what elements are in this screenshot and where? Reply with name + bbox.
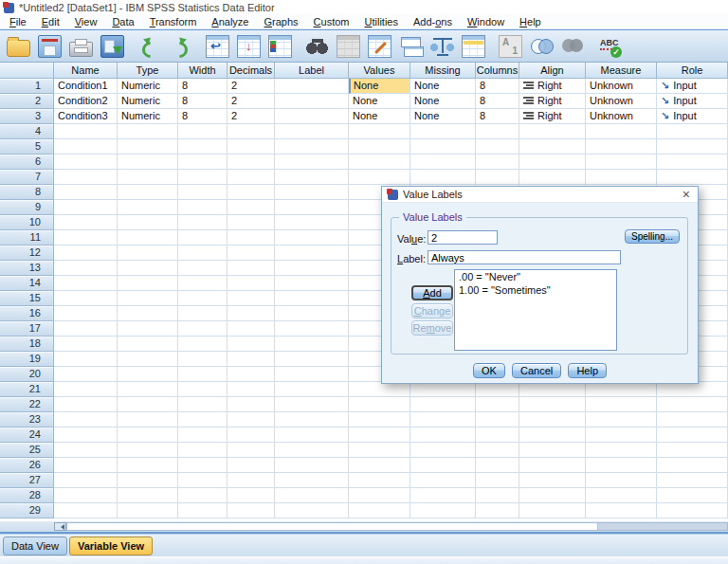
column-header-label[interactable]: Label	[275, 63, 349, 79]
cell-missing[interactable]	[410, 155, 476, 170]
menu-view[interactable]: View	[67, 15, 105, 28]
row-header[interactable]: 24	[0, 428, 54, 443]
cell-width[interactable]	[178, 155, 228, 170]
cell-columns[interactable]	[476, 155, 519, 170]
cell-type[interactable]	[118, 291, 178, 306]
cell-align[interactable]	[519, 170, 586, 185]
show-all-variables-button[interactable]	[558, 32, 588, 61]
ok-button[interactable]: OK	[473, 363, 505, 378]
cell-values[interactable]: None	[349, 94, 410, 109]
cell-values[interactable]	[349, 382, 410, 397]
cell-role[interactable]: ↘Input	[657, 79, 728, 94]
column-header-decimals[interactable]: Decimals	[228, 63, 275, 79]
insert-variable-button[interactable]	[365, 32, 394, 61]
cell-name[interactable]: Condition2	[54, 94, 118, 109]
cell-columns[interactable]: 8	[476, 109, 519, 124]
cell-label[interactable]	[275, 458, 349, 473]
cell-missing[interactable]	[410, 139, 476, 155]
cell-align[interactable]	[519, 458, 586, 473]
cell-decimals[interactable]	[228, 443, 275, 458]
cell-role[interactable]	[657, 412, 728, 428]
variables-button[interactable]	[265, 32, 295, 61]
cell-label[interactable]	[275, 139, 349, 155]
cell-values[interactable]	[349, 124, 410, 139]
cell-missing[interactable]	[410, 382, 476, 397]
cell-width[interactable]	[178, 185, 228, 200]
cell-measure[interactable]	[586, 428, 657, 443]
row-header[interactable]: 10	[0, 215, 54, 230]
cell-role[interactable]	[657, 139, 728, 155]
cell-width[interactable]	[178, 473, 228, 488]
cell-decimals[interactable]	[228, 503, 275, 519]
cell-missing[interactable]	[410, 170, 476, 185]
cell-missing[interactable]	[410, 428, 476, 443]
cell-type[interactable]: Numeric	[118, 109, 178, 124]
cell-missing[interactable]	[410, 473, 476, 488]
cell-decimals[interactable]	[228, 352, 275, 367]
save-button[interactable]	[35, 32, 64, 61]
cell-name[interactable]	[54, 230, 118, 246]
menu-analyze[interactable]: Analyze	[204, 15, 256, 28]
cell-label[interactable]	[275, 200, 349, 215]
cell-decimals[interactable]	[228, 200, 275, 215]
value-label-item[interactable]: .00 = "Never"	[455, 270, 616, 283]
menu-data[interactable]: Data	[104, 15, 141, 28]
cell-name[interactable]	[54, 382, 118, 397]
cell-label[interactable]	[275, 170, 349, 185]
cell-measure[interactable]	[586, 488, 657, 503]
cell-label[interactable]	[275, 155, 349, 170]
cell-missing[interactable]	[410, 488, 476, 503]
cell-role[interactable]	[657, 503, 728, 519]
cell-name[interactable]	[54, 321, 118, 337]
cell-name[interactable]: Condition3	[54, 109, 118, 124]
cell-role[interactable]	[657, 443, 728, 458]
cell-type[interactable]: Numeric	[118, 94, 178, 109]
row-header[interactable]: 2	[0, 94, 54, 109]
cell-decimals[interactable]	[228, 428, 275, 443]
cell-role[interactable]: ↘Input	[657, 94, 728, 109]
cell-type[interactable]	[118, 230, 178, 246]
cell-measure[interactable]	[586, 458, 657, 473]
cell-width[interactable]: 8	[178, 109, 228, 124]
cell-label[interactable]	[275, 337, 349, 352]
cell-name[interactable]	[54, 458, 118, 473]
cell-name[interactable]	[54, 185, 118, 200]
cell-decimals[interactable]	[228, 291, 275, 306]
cell-label[interactable]	[275, 276, 349, 291]
cell-columns[interactable]	[476, 443, 519, 458]
cell-align[interactable]	[519, 503, 586, 519]
cell-role[interactable]	[657, 458, 728, 473]
cell-values[interactable]	[349, 473, 410, 488]
cell-decimals[interactable]	[228, 124, 275, 139]
cell-type[interactable]	[118, 170, 178, 185]
cell-values[interactable]	[349, 428, 410, 443]
cell-name[interactable]	[54, 291, 118, 306]
scrollbar-track[interactable]	[66, 522, 728, 531]
cell-decimals[interactable]	[228, 488, 275, 503]
cell-decimals[interactable]	[228, 367, 275, 382]
cell-type[interactable]	[118, 246, 178, 261]
cell-width[interactable]	[178, 276, 228, 291]
cell-missing[interactable]	[410, 503, 476, 519]
cell-width[interactable]	[178, 397, 228, 412]
cell-missing[interactable]	[410, 458, 476, 473]
cell-width[interactable]	[178, 367, 228, 382]
cell-width[interactable]	[178, 170, 228, 185]
row-header[interactable]: 1	[0, 79, 54, 94]
cell-width[interactable]	[178, 352, 228, 367]
cell-decimals[interactable]	[228, 412, 275, 428]
cell-label[interactable]	[275, 321, 349, 337]
column-header-align[interactable]: Align	[519, 63, 586, 79]
recall-dialogs-button[interactable]	[98, 32, 127, 61]
cell-width[interactable]	[178, 139, 228, 155]
row-header[interactable]: 4	[0, 124, 54, 139]
cell-width[interactable]	[178, 412, 228, 428]
menu-graphs[interactable]: Graphs	[256, 15, 305, 28]
row-header[interactable]: 19	[0, 352, 54, 367]
cell-label[interactable]	[275, 246, 349, 261]
cell-missing[interactable]	[410, 124, 476, 139]
cell-name[interactable]	[54, 215, 118, 230]
cell-name[interactable]	[54, 367, 118, 382]
cell-values[interactable]	[349, 443, 410, 458]
cell-values[interactable]	[349, 139, 410, 155]
